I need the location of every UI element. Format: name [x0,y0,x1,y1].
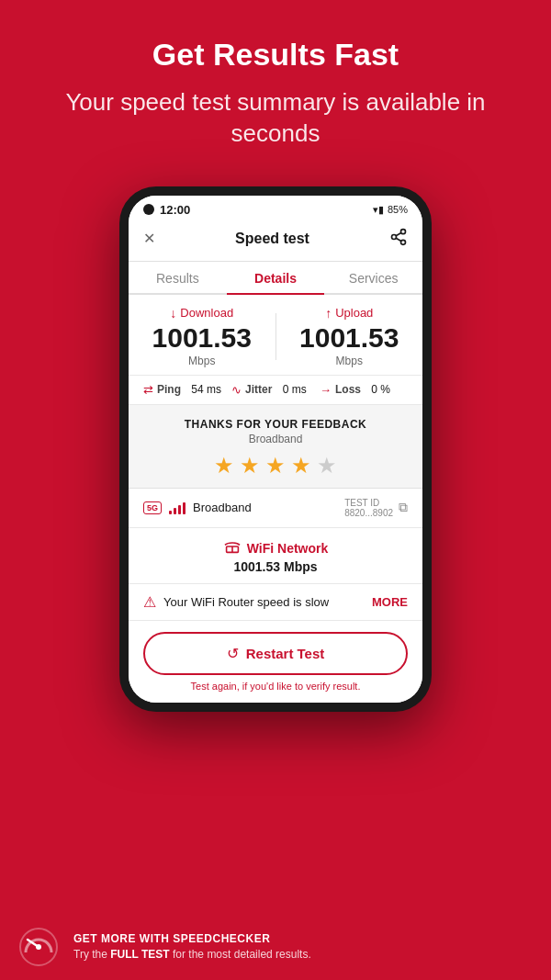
subtitle: Your speed test summary is available in … [28,87,523,150]
warning-icon: ⚠ [143,593,156,611]
warning-left: ⚠ Your WiFi Router speed is slow [143,593,329,611]
status-right: ▾▮ 85% [373,204,408,216]
restart-section: ↺ Restart Test Test again, if you'd like… [129,621,422,703]
phone-frame: 12:00 ▾▮ 85% ✕ Speed test [119,186,432,712]
app-header-title: Speed test [235,231,309,247]
network-name: Broadband [193,501,252,514]
tabs: Results Details Services [129,262,422,295]
signal-bar-2 [174,508,176,514]
restart-icon: ↺ [227,645,239,662]
svg-point-1 [391,234,396,239]
loss-item: → Loss 0 % [320,383,408,397]
loss-value-num: 0 % [371,383,390,396]
upload-value: 1001.53 [276,322,423,353]
signal-bar-4 [183,502,186,514]
tab-services[interactable]: Services [324,262,422,293]
ping-row: ⇄ Ping 54 ms ∿ Jitter 0 ms → Loss 0 % [129,376,422,405]
speedometer-icon [18,927,59,967]
banner-desc-bold: FULL TEST [110,948,169,961]
download-unit: Mbps [129,355,276,367]
ping-item: ⇄ Ping 54 ms [143,383,231,397]
jitter-item: ∿ Jitter 0 ms [231,383,320,397]
speed-results: ↓ Download 1001.53 Mbps ↑ Upload 1001.53… [129,295,422,376]
wifi-section: WiFi Network 1001.53 Mbps [129,528,422,584]
warning-text: Your WiFi Router speed is slow [163,595,329,609]
ping-value-num: 54 ms [191,383,221,396]
jitter-label: Jitter [245,383,272,396]
star-3[interactable]: ★ [265,453,286,479]
network-right: TEST ID 8820...8902 ⧉ [344,498,408,518]
star-4[interactable]: ★ [291,453,311,479]
battery-icon: 85% [388,204,408,215]
status-left: 12:00 [143,203,190,217]
close-button[interactable]: ✕ [143,230,155,247]
svg-line-3 [396,238,401,241]
wifi-label: WiFi Network [247,541,329,556]
download-value: 1001.53 [129,322,276,353]
wifi-router-icon [223,539,242,558]
star-1[interactable]: ★ [214,453,234,479]
ping-label: Ping [157,383,181,396]
test-id-label: TEST ID [344,498,393,508]
feedback-title: THANKS FOR YOUR FEEDBACK [143,418,408,431]
top-section: Get Results Fast Your speed test summary… [0,0,551,168]
download-arrow-icon: ↓ [170,306,176,321]
camera-dot [143,204,154,215]
bottom-banner: GET MORE WITH SPEEDCHECKER Try the FULL … [0,914,551,980]
status-time: 12:00 [160,203,190,217]
loss-icon: → [320,383,332,397]
download-col: ↓ Download 1001.53 Mbps [129,306,276,367]
ping-icon: ⇄ [143,383,153,397]
test-id-block: TEST ID 8820...8902 [344,498,393,518]
warning-row: ⚠ Your WiFi Router speed is slow MORE [129,584,422,621]
banner-title: GET MORE WITH SPEEDCHECKER [73,932,533,945]
wifi-speed: 1001.53 Mbps [143,559,408,574]
copy-icon[interactable]: ⧉ [399,500,408,515]
banner-text: GET MORE WITH SPEEDCHECKER Try the FULL … [73,932,533,963]
banner-desc-suffix: for the most detailed results. [170,948,311,961]
banner-desc-prefix: Try the [73,948,110,961]
network-left: 5G Broadband [143,501,252,514]
tab-results[interactable]: Results [129,262,227,293]
jitter-value [276,383,278,396]
signal-bars-icon [169,501,186,514]
svg-point-2 [400,240,405,244]
banner-desc: Try the FULL TEST for the most detailed … [73,947,533,963]
upload-label: Upload [335,306,373,320]
restart-text: Restart Test [246,646,325,661]
upload-arrow-icon: ↑ [325,306,332,321]
star-5[interactable]: ★ [317,453,337,479]
jitter-icon: ∿ [231,383,242,397]
ping-value [185,383,187,396]
jitter-value-num: 0 ms [283,383,307,396]
app-header: ✕ Speed test [129,220,422,262]
upload-unit: Mbps [276,355,423,367]
share-icon[interactable] [389,228,408,250]
tab-details[interactable]: Details [227,262,325,293]
svg-point-8 [36,944,41,950]
signal-bar-1 [169,511,172,514]
main-title: Get Results Fast [28,37,523,73]
loss-value [365,383,367,396]
feedback-subtitle: Broadband [143,433,408,445]
test-id-value: 8820...8902 [344,508,393,518]
signal-bar-3 [178,505,181,514]
feedback-section: THANKS FOR YOUR FEEDBACK Broadband ★ ★ ★… [129,405,422,489]
network-row: 5G Broadband TEST ID 8820...8902 ⧉ [129,489,422,528]
phone-screen: 12:00 ▾▮ 85% ✕ Speed test [129,196,422,703]
more-link[interactable]: MORE [372,595,408,609]
wifi-signal-icon: ▾▮ [373,204,384,216]
download-label: Download [180,306,233,320]
status-bar: 12:00 ▾▮ 85% [129,196,422,220]
star-2[interactable]: ★ [240,453,260,479]
svg-line-4 [396,232,401,235]
svg-point-0 [400,229,405,233]
wifi-icon-row: WiFi Network [143,539,408,558]
upload-col: ↑ Upload 1001.53 Mbps [276,306,423,367]
restart-hint: Test again, if you'd like to verify resu… [143,681,408,697]
restart-button[interactable]: ↺ Restart Test [143,632,408,675]
stars-row: ★ ★ ★ ★ ★ [143,453,408,479]
loss-label: Loss [335,383,361,396]
phone-wrapper: 12:00 ▾▮ 85% ✕ Speed test [0,186,551,712]
network-badge: 5G [143,501,162,514]
